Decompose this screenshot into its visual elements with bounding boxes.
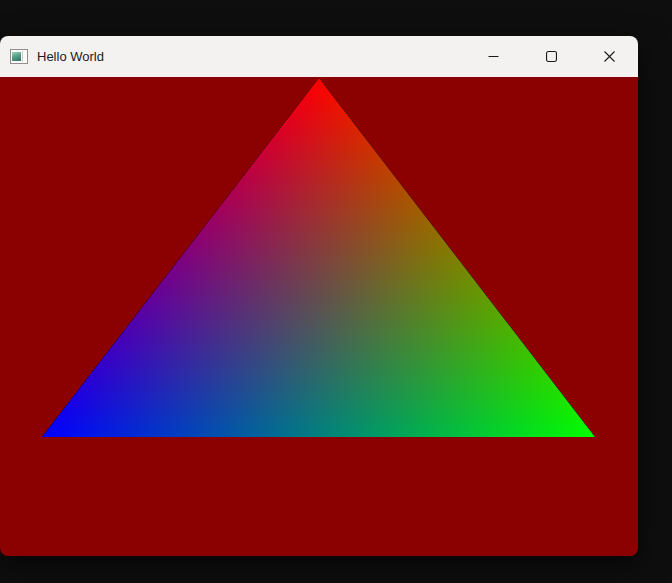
app-icon-divider bbox=[22, 51, 23, 62]
maximize-icon bbox=[546, 51, 557, 62]
window-title: Hello World bbox=[37, 49, 104, 64]
app-icon-picture bbox=[12, 52, 21, 61]
gl-viewport bbox=[0, 77, 638, 556]
close-button[interactable] bbox=[580, 36, 638, 77]
desktop: Hello World bbox=[0, 0, 672, 583]
titlebar[interactable]: Hello World bbox=[0, 36, 638, 77]
app-icon[interactable] bbox=[10, 49, 28, 64]
maximize-button[interactable] bbox=[522, 36, 580, 77]
close-icon bbox=[604, 51, 615, 62]
window-controls bbox=[464, 36, 638, 77]
gradient-triangle bbox=[0, 77, 638, 556]
minimize-button[interactable] bbox=[464, 36, 522, 77]
minimize-icon bbox=[488, 51, 499, 62]
hello-world-window: Hello World bbox=[0, 36, 638, 556]
